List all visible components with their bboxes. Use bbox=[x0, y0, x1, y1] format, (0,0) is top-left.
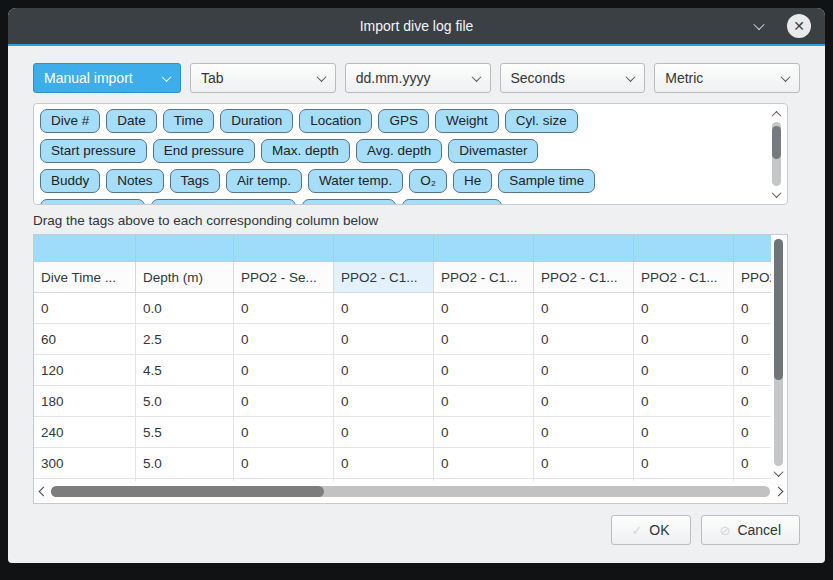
import-dialog: Import dive log file ✕ Manual import Tab… bbox=[8, 8, 825, 563]
field-separator-value: Tab bbox=[201, 70, 310, 86]
table-vscroll-thumb[interactable] bbox=[774, 239, 783, 380]
tag-chip[interactable]: He bbox=[453, 169, 492, 193]
table-cell: 0 bbox=[234, 355, 334, 385]
column-drop-target[interactable] bbox=[34, 235, 136, 262]
tag-chip[interactable]: Weight bbox=[435, 109, 499, 133]
column-drop-target[interactable] bbox=[136, 235, 234, 262]
tag-chip[interactable]: Buddy bbox=[40, 169, 100, 193]
import-options-row: Manual import Tab dd.mm.yyyy Seconds Met… bbox=[33, 63, 800, 93]
tag-chip[interactable]: Notes bbox=[106, 169, 163, 193]
duration-format-select[interactable]: Seconds bbox=[500, 63, 646, 93]
tags-vertical-scrollbar[interactable] bbox=[769, 108, 783, 200]
chevron-down-icon bbox=[753, 19, 764, 30]
tag-chip[interactable]: Divemaster bbox=[448, 139, 538, 163]
shade-button[interactable] bbox=[749, 16, 769, 36]
table-cell: 0 bbox=[534, 324, 634, 354]
tags-scroll-track[interactable] bbox=[772, 122, 781, 186]
table-cell: 0 bbox=[534, 448, 634, 478]
tag-chip[interactable]: Start pressure bbox=[40, 139, 147, 163]
table-vertical-scrollbar[interactable] bbox=[771, 236, 786, 480]
table-cell: 0 bbox=[734, 293, 771, 323]
column-drop-target[interactable] bbox=[234, 235, 334, 262]
drag-instruction-label: Drag the tags above to each correspondin… bbox=[33, 213, 800, 228]
import-mode-select[interactable]: Manual import bbox=[33, 63, 181, 93]
column-drop-target[interactable] bbox=[434, 235, 534, 262]
tag-chip[interactable]: Dive # bbox=[40, 109, 100, 133]
table-row: 602.5000000 bbox=[34, 324, 771, 355]
table-cell: 0 bbox=[234, 293, 334, 323]
chevron-down-icon bbox=[626, 72, 636, 82]
drop-row bbox=[34, 235, 771, 262]
table-horizontal-scrollbar[interactable] bbox=[35, 481, 786, 502]
tag-chip[interactable]: End pressure bbox=[153, 139, 255, 163]
close-button[interactable]: ✕ bbox=[787, 14, 811, 38]
head-row: Dive Time ...Depth (m)PPO2 - Se...PPO2 -… bbox=[34, 262, 771, 293]
tag-chip[interactable]: Location bbox=[299, 109, 372, 133]
tag-chip[interactable]: Avg. depth bbox=[356, 139, 442, 163]
table-cell: 0 bbox=[34, 293, 136, 323]
table-cell: 120 bbox=[34, 355, 136, 385]
table-hscroll-track[interactable] bbox=[51, 486, 770, 497]
column-header: Dive Time ... bbox=[34, 262, 136, 292]
tag-row: BuddyNotesTagsAir temp.Water temp.O₂HeSa… bbox=[40, 169, 763, 193]
table-cell: 0 bbox=[734, 324, 771, 354]
table-cell: 5.5 bbox=[136, 417, 234, 447]
tag-row: Dive #DateTimeDurationLocationGPSWeightC… bbox=[40, 109, 763, 133]
column-drop-target[interactable] bbox=[634, 235, 734, 262]
cancel-button[interactable]: ⊘ Cancel bbox=[701, 515, 801, 545]
cancel-icon: ⊘ bbox=[720, 523, 731, 538]
ok-button[interactable]: ✓ OK bbox=[611, 515, 691, 545]
table-cell: 0 bbox=[634, 324, 734, 354]
tag-chip[interactable]: Tags bbox=[170, 169, 221, 193]
tag-chip[interactable]: Max. depth bbox=[261, 139, 350, 163]
units-select[interactable]: Metric bbox=[654, 63, 800, 93]
table-cell: 0 bbox=[534, 386, 634, 416]
scroll-left-arrow-icon[interactable] bbox=[35, 488, 51, 495]
field-separator-select[interactable]: Tab bbox=[190, 63, 336, 93]
date-format-select[interactable]: dd.mm.yyyy bbox=[345, 63, 491, 93]
scroll-right-arrow-icon[interactable] bbox=[770, 488, 786, 495]
preview-table: Dive Time ...Depth (m)PPO2 - Se...PPO2 -… bbox=[33, 234, 788, 504]
tag-chip[interactable]: Sample CNS bbox=[402, 199, 502, 205]
table-cell: 5.0 bbox=[136, 448, 234, 478]
table-cell: 0 bbox=[534, 417, 634, 447]
table-cell: 180 bbox=[34, 386, 136, 416]
scroll-down-arrow-icon[interactable] bbox=[773, 188, 780, 200]
table-cell: 0 bbox=[434, 324, 534, 354]
tags-scroll-thumb[interactable] bbox=[772, 126, 781, 159]
window-title: Import dive log file bbox=[360, 18, 474, 34]
table-row: 2405.5000000 bbox=[34, 417, 771, 448]
tag-chip[interactable]: Date bbox=[106, 109, 157, 133]
tag-chip[interactable]: Time bbox=[163, 109, 215, 133]
tag-chip[interactable]: Sample pO₂ bbox=[302, 199, 397, 205]
tag-chip[interactable]: Sample time bbox=[498, 169, 595, 193]
table-cell: 5.0 bbox=[136, 386, 234, 416]
tag-row: Start pressureEnd pressureMax. depthAvg.… bbox=[40, 139, 763, 163]
chevron-down-icon bbox=[471, 72, 481, 82]
tag-chip[interactable]: GPS bbox=[378, 109, 429, 133]
column-drop-target[interactable] bbox=[334, 235, 434, 262]
chevron-down-icon bbox=[316, 72, 326, 82]
tags-panel: Dive #DateTimeDurationLocationGPSWeightC… bbox=[33, 103, 788, 205]
tag-chip[interactable]: Sample temperature bbox=[151, 199, 295, 205]
table-cell: 0 bbox=[634, 355, 734, 385]
tag-chip[interactable]: Duration bbox=[220, 109, 293, 133]
tag-chip[interactable]: Cyl. size bbox=[505, 109, 578, 133]
table-hscroll-thumb[interactable] bbox=[51, 486, 324, 497]
table-cell: 0 bbox=[434, 417, 534, 447]
table-cell: 0 bbox=[634, 448, 734, 478]
tag-chip[interactable]: Sample depth bbox=[40, 199, 145, 205]
tag-chip[interactable]: Water temp. bbox=[308, 169, 403, 193]
tag-chip[interactable]: O₂ bbox=[409, 169, 447, 193]
column-drop-target[interactable] bbox=[734, 235, 771, 262]
column-header: PPO2 - C1... bbox=[334, 262, 434, 292]
scroll-down-arrow-icon[interactable] bbox=[775, 467, 782, 480]
column-drop-target[interactable] bbox=[534, 235, 634, 262]
units-value: Metric bbox=[665, 70, 774, 86]
table-vscroll-track[interactable] bbox=[774, 239, 783, 466]
column-header: PPO2 - Se... bbox=[234, 262, 334, 292]
column-header: PPO2 - C1... bbox=[534, 262, 634, 292]
scroll-up-arrow-icon[interactable] bbox=[773, 108, 780, 120]
table-cell: 60 bbox=[34, 324, 136, 354]
tag-chip[interactable]: Air temp. bbox=[226, 169, 302, 193]
